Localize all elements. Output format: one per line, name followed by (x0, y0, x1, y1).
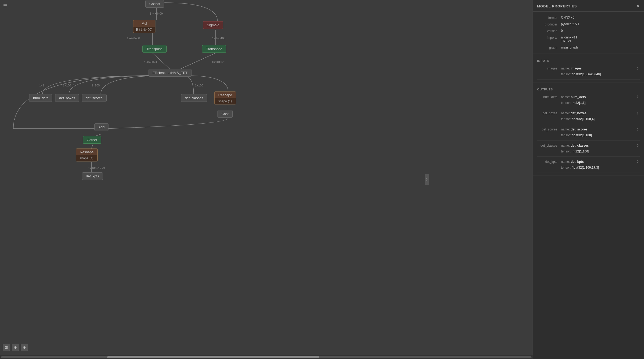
node-reshape1-sublabel: shape ⟨1⟩ (215, 98, 236, 104)
edge-label-det-boxes: 1×100×4 (63, 84, 74, 87)
panel-close-button[interactable]: ✕ (636, 4, 640, 9)
svg-line-7 (92, 145, 93, 148)
inputs-section: INPUTS images name: images ❯ tensor: flo… (533, 54, 644, 82)
node-cast-label: Cast (221, 112, 229, 116)
svg-line-4 (180, 53, 216, 69)
zoom-out-button[interactable]: ⊖ (21, 344, 28, 351)
node-det-classes-label: det_classes (185, 96, 203, 100)
output-det-classes-key: det_classes (537, 144, 561, 147)
node-det-scores-label: det_scores (86, 96, 103, 100)
node-concat-label: Concat (149, 2, 160, 6)
outputs-section: OUTPUTS num_dets name: num_dets ❯ tensor… (533, 82, 644, 176)
node-num-dets[interactable]: num_dets (29, 94, 52, 102)
input-images-expand: ❯ (637, 67, 640, 69)
prop-format-key: format (537, 16, 561, 20)
prop-graph-key: graph (537, 46, 561, 50)
edge-label-transpose2-efficient: 1×8400×1 (212, 60, 225, 64)
node-concat[interactable]: Concat (145, 0, 164, 8)
edge-label-det-scores: 1×100 (92, 84, 100, 87)
prop-imports: imports ai.onnx v11 TRT v1 (537, 34, 640, 44)
node-det-scores[interactable]: det_scores (82, 94, 107, 102)
inputs-section-label: INPUTS (537, 56, 640, 63)
node-transpose2[interactable]: Transpose (202, 45, 226, 53)
edge-label-mul-transpose1: 1×4×8400 (127, 37, 140, 40)
node-efficient-nms-label: Efficient...dxNMS_TRT (153, 71, 188, 75)
prop-imports-val: ai.onnx v11 TRT v1 (561, 36, 640, 43)
output-num-dets-key: num_dets (537, 95, 561, 99)
outputs-section-label: OUTPUTS (537, 85, 640, 92)
node-det-kpts[interactable]: det_kpts (82, 172, 103, 180)
prop-graph: graph main_graph (537, 44, 640, 51)
node-reshape2-title: Reshape (76, 149, 97, 155)
prop-version: version 0 (537, 28, 640, 34)
menu-icon[interactable]: ☰ (3, 3, 7, 8)
connections-svg (0, 0, 533, 359)
node-add[interactable]: Add (94, 123, 108, 131)
output-num-dets: num_dets name: num_dets ❯ tensor: int32[… (537, 92, 640, 108)
input-images-name-val: name: images (561, 67, 637, 70)
node-det-boxes[interactable]: det_boxes (55, 94, 79, 102)
fit-button[interactable]: ⊡ (3, 344, 10, 351)
prop-format: format ONNX v6 (537, 14, 640, 21)
input-images-tensor-row: tensor: float32[1,3,640,640] (537, 71, 640, 77)
output-det-boxes-key: det_boxes (537, 111, 561, 115)
edge-label-transpose1-efficient: 1×8400×4 (144, 60, 157, 64)
panel-header: MODEL PROPERTIES ✕ (533, 0, 644, 12)
node-mul-sublabel: B ⟨1×8400⟩ (133, 27, 155, 33)
node-det-kpts-label: det_kpts (86, 174, 99, 178)
output-det-kpts: det_kpts name: det_kpts ❯ tensor: float3… (537, 157, 640, 173)
node-sigmoid[interactable]: Sigmoid (203, 21, 223, 29)
toolbar: ⊡ ⊕ ⊖ (3, 344, 28, 351)
prop-producer: producer pytorch 2.5.1 (537, 21, 640, 28)
node-num-dets-label: num_dets (33, 96, 48, 100)
output-num-dets-expand: ❯ (637, 95, 640, 98)
node-mul-title: Mul (133, 20, 155, 27)
output-det-scores: det_scores name: det_scores ❯ tensor: fl… (537, 124, 640, 141)
panel-title: MODEL PROPERTIES (537, 4, 577, 8)
model-properties-section: format ONNX v6 producer pytorch 2.5.1 ve… (533, 12, 644, 54)
output-det-classes: det_classes name: det_classes ❯ tensor: … (537, 141, 640, 157)
edge-label-det-classes: 1×100 (195, 84, 203, 87)
scrollbar-thumb[interactable] (107, 356, 319, 358)
input-images-name-row: images name: images ❯ (537, 65, 640, 71)
prop-imports-key: imports (537, 36, 561, 40)
node-transpose1[interactable]: Transpose (142, 45, 167, 53)
node-cast[interactable]: Cast (217, 110, 233, 118)
node-transpose1-label: Transpose (146, 47, 163, 51)
output-det-boxes-expand: ❯ (637, 111, 640, 114)
node-det-classes[interactable]: det_classes (181, 94, 207, 102)
input-images-tensor-val: tensor: float32[1,3,640,640] (561, 72, 640, 76)
node-reshape1[interactable]: Reshape shape ⟨1⟩ (214, 91, 236, 104)
node-reshape2[interactable]: Reshape shape ⟨4⟩ (76, 148, 98, 161)
node-reshape1-title: Reshape (215, 92, 236, 98)
right-panel: MODEL PROPERTIES ✕ format ONNX v6 produc… (533, 0, 644, 359)
output-det-classes-expand: ❯ (637, 144, 640, 147)
output-det-scores-expand: ❯ (637, 128, 640, 130)
prop-graph-val: main_graph (561, 46, 640, 49)
output-det-kpts-expand: ❯ (637, 160, 640, 163)
output-det-kpts-key: det_kpts (537, 160, 561, 164)
prop-producer-key: producer (537, 22, 561, 26)
canvas-area[interactable]: ☰ 1×4×8400 1 (0, 0, 533, 359)
svg-line-6 (95, 134, 102, 136)
edge-label-sigmoid-transpose2: 1×1×8400 (212, 37, 225, 40)
node-reshape2-sublabel: shape ⟨4⟩ (76, 155, 97, 161)
prop-version-val: 0 (561, 29, 640, 33)
panel-collapse-button[interactable]: ❯ (425, 174, 429, 185)
scrollbar-area[interactable] (0, 355, 533, 359)
prop-format-val: ONNX v6 (561, 16, 640, 19)
node-gather-label: Gather (87, 138, 97, 142)
edge-label-det-kpts: 1×100×17×3 (88, 167, 105, 170)
node-transpose2-label: Transpose (206, 47, 222, 51)
node-mul[interactable]: Mul B ⟨1×8400⟩ (133, 20, 155, 33)
node-gather[interactable]: Gather (83, 136, 101, 144)
node-det-boxes-label: det_boxes (59, 96, 75, 100)
node-efficient-nms[interactable]: Efficient...dxNMS_TRT (149, 69, 192, 77)
node-add-label: Add (98, 125, 105, 129)
edge-label-concat-mul: 1×4×8400 (150, 12, 163, 15)
edge-label-num-dets: 1×1 (39, 84, 44, 87)
zoom-in-button[interactable]: ⊕ (12, 344, 19, 351)
output-det-boxes: det_boxes name: det_boxes ❯ tensor: floa… (537, 108, 640, 124)
scrollbar-track[interactable] (1, 356, 532, 358)
prop-producer-val: pytorch 2.5.1 (561, 22, 640, 26)
